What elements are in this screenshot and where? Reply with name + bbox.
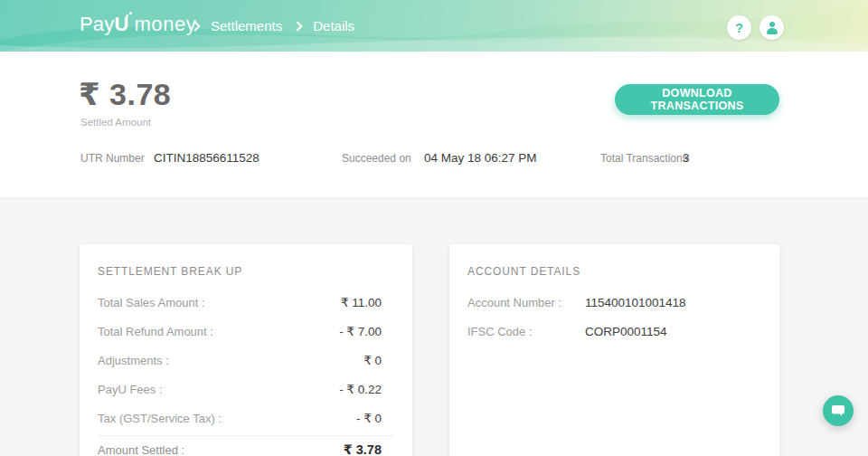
utr-number-value: CITIN18856611528	[154, 150, 259, 166]
account-details-title: ACCOUNT DETAILS	[467, 264, 761, 279]
ifsc-code-value: CORP0001154	[585, 325, 667, 338]
ifsc-code-row: IFSC Code : CORP0001154	[449, 317, 779, 346]
account-number-label: Account Number :	[467, 296, 585, 309]
amount-settled-row: Amount Settled : ₹ 3.78	[80, 436, 412, 456]
breakup-row-label: Total Refund Amount :	[98, 325, 213, 338]
settled-amount-value: ₹ 3.78	[79, 76, 171, 112]
utr-number-label: UTR Number	[80, 150, 145, 166]
total-transactions-value: 3	[683, 150, 690, 166]
settlement-breakup-rows: Total Sales Amount : ₹ 11.00 Total Refun…	[80, 288, 412, 456]
settlement-summary-section: ₹ 3.78 Settled Amount DOWNLOAD TRANSACTI…	[0, 52, 868, 197]
amount-settled-label: Amount Settled :	[98, 443, 184, 456]
succeeded-on-value: 04 May 18 06:27 PM	[424, 150, 537, 166]
breakup-row: Total Sales Amount : ₹ 11.00	[80, 288, 412, 317]
breakup-row-label: Total Sales Amount :	[98, 296, 205, 309]
payumoney-logo[interactable]: PayUmoney	[80, 13, 196, 36]
account-button[interactable]	[760, 15, 784, 40]
breadcrumb: Settlements Details	[192, 18, 354, 33]
breakup-row-label: Adjustments :	[98, 354, 169, 367]
settlement-breakup-title: SETTLEMENT BREAK UP	[98, 264, 394, 279]
breakup-row-value: - ₹ 7.00	[339, 324, 382, 338]
settlement-meta-row: UTR Number CITIN18856611528 Succeeded on…	[0, 150, 868, 168]
top-navigation-bar: PayUmoney Settlements Details ?	[0, 0, 868, 52]
breakup-row-value: - ₹ 0.22	[339, 382, 382, 396]
breakup-row-value: ₹ 11.00	[341, 295, 382, 309]
ifsc-code-label: IFSC Code :	[467, 325, 585, 338]
settlement-breakup-card: SETTLEMENT BREAK UP Total Sales Amount :…	[80, 244, 412, 456]
settled-amount-label: Settled Amount	[80, 117, 151, 128]
help-button[interactable]: ?	[727, 15, 751, 40]
breakup-row-value: - ₹ 0	[356, 411, 382, 425]
chat-support-button[interactable]	[823, 395, 854, 426]
succeeded-on-label: Succeeded on	[342, 150, 411, 166]
download-transactions-button[interactable]: DOWNLOAD TRANSACTIONS	[615, 84, 779, 115]
breakup-row: Total Refund Amount : - ₹ 7.00	[80, 317, 412, 346]
breakup-row: Adjustments : ₹ 0	[80, 346, 412, 375]
account-number-value: 115400101001418	[585, 296, 686, 309]
breakup-row-value: ₹ 0	[363, 353, 382, 367]
breadcrumb-settlements[interactable]: Settlements	[211, 18, 282, 33]
question-mark-icon: ?	[735, 21, 743, 35]
breakup-row-label: Tax (GST/Service Tax) :	[98, 412, 222, 425]
amount-settled-value: ₹ 3.78	[344, 442, 382, 456]
total-transactions-label: Total Transactions	[600, 150, 688, 166]
person-icon	[766, 22, 778, 33]
chat-bubble-icon	[831, 404, 845, 417]
logo-pay-text: Pay	[80, 13, 115, 35]
account-number-row: Account Number : 115400101001418	[449, 288, 779, 317]
breakup-row-label: PayU Fees :	[98, 383, 163, 396]
account-details-card: ACCOUNT DETAILS Account Number : 1154001…	[449, 244, 779, 456]
breakup-row: PayU Fees : - ₹ 0.22	[80, 375, 412, 404]
breadcrumb-details: Details	[313, 18, 354, 33]
breakup-row: Tax (GST/Service Tax) : - ₹ 0	[80, 404, 412, 432]
logo-money-text: money	[134, 13, 196, 35]
chevron-right-icon	[190, 21, 200, 31]
account-details-rows: Account Number : 115400101001418 IFSC Co…	[449, 288, 779, 346]
chevron-right-icon	[293, 21, 303, 31]
